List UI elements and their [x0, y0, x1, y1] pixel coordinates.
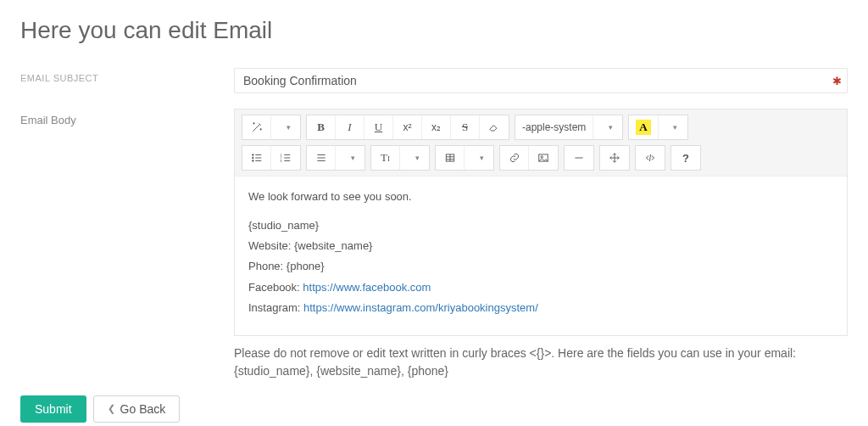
body-row: Email Body B I U x²: [20, 109, 848, 380]
underline-button[interactable]: U: [364, 115, 393, 139]
paragraph-align-dropdown[interactable]: [336, 146, 364, 170]
font-color-dropdown[interactable]: [659, 115, 687, 139]
ul-icon: [251, 152, 263, 164]
help-text: Please do not remove or edit text writte…: [234, 345, 848, 380]
font-family-button[interactable]: -apple-system: [515, 115, 593, 139]
table-button[interactable]: [436, 146, 465, 170]
code-icon: [644, 152, 656, 164]
form-actions: Submit ❮ Go Back: [20, 395, 848, 423]
codeview-button[interactable]: [636, 146, 665, 170]
magic-icon: [251, 121, 263, 133]
paragraph-align-button[interactable]: [307, 146, 336, 170]
picture-button[interactable]: [529, 146, 558, 170]
line-height-icon: TI: [381, 151, 390, 165]
font-family-dropdown[interactable]: [593, 115, 622, 139]
hr-button[interactable]: [565, 146, 593, 170]
subject-input[interactable]: [235, 69, 847, 92]
body-label: Email Body: [20, 109, 234, 126]
fullscreen-button[interactable]: [600, 146, 629, 170]
align-icon: [315, 152, 327, 164]
required-mark-icon: ✱: [832, 75, 842, 87]
svg-point-2: [252, 160, 253, 162]
clear-format-button[interactable]: [480, 115, 509, 139]
editor-line-studio: {studio_name}: [248, 217, 833, 234]
editor-line-phone: Phone: {phone}: [248, 258, 833, 275]
italic-button[interactable]: I: [336, 115, 364, 139]
picture-icon: [537, 152, 549, 164]
ordered-list-button[interactable]: 123: [271, 146, 300, 170]
facebook-link[interactable]: https://www.facebook.com: [303, 281, 431, 294]
editor-line-website: Website: {website_name}: [248, 238, 833, 255]
link-button[interactable]: [500, 146, 529, 170]
bold-button[interactable]: B: [307, 115, 336, 139]
font-color-button[interactable]: A: [629, 115, 658, 139]
chevron-left-icon: ❮: [108, 403, 115, 414]
editor-body[interactable]: We look forward to see you soon. {studio…: [235, 177, 847, 335]
table-icon: [444, 152, 456, 164]
help-button[interactable]: ?: [671, 146, 700, 170]
page-title: Here you can edit Email: [20, 17, 848, 44]
eraser-icon: [488, 121, 500, 133]
go-back-label: Go Back: [120, 402, 166, 416]
font-color-icon: A: [636, 120, 650, 135]
editor-toolbar: B I U x² x₂ S -apple-system: [235, 109, 847, 177]
editor-line-facebook: Facebook: https://www.facebook.com: [248, 279, 833, 296]
subscript-button[interactable]: x₂: [422, 115, 451, 139]
go-back-button[interactable]: ❮ Go Back: [93, 395, 181, 423]
unordered-list-button[interactable]: [242, 146, 271, 170]
line-height-button[interactable]: TI: [371, 146, 400, 170]
svg-point-0: [252, 154, 253, 156]
subject-label: Email Subject: [20, 68, 234, 83]
move-icon: [609, 152, 620, 164]
magic-button[interactable]: [242, 115, 271, 139]
strikethrough-button[interactable]: S: [451, 115, 480, 139]
editor-line-intro: We look forward to see you soon.: [248, 188, 833, 205]
subject-input-wrap: ✱: [234, 68, 848, 93]
link-icon: [509, 152, 520, 164]
submit-button[interactable]: Submit: [20, 395, 86, 423]
svg-point-8: [541, 156, 542, 158]
minus-icon: [573, 152, 585, 164]
line-height-dropdown[interactable]: [400, 146, 429, 170]
rich-text-editor: B I U x² x₂ S -apple-system: [234, 109, 848, 336]
svg-text:3: 3: [281, 160, 282, 163]
editor-line-instagram: Instagram: https://www.instagram.com/kri…: [248, 300, 833, 317]
table-dropdown[interactable]: [465, 146, 493, 170]
superscript-button[interactable]: x²: [393, 115, 422, 139]
subject-row: Email Subject ✱: [20, 68, 848, 93]
svg-point-1: [252, 157, 253, 159]
ol-icon: 123: [280, 152, 292, 164]
magic-dropdown[interactable]: [271, 115, 300, 139]
question-icon: ?: [682, 152, 689, 165]
instagram-link[interactable]: https://www.instagram.com/kriyabookingsy…: [303, 301, 538, 314]
